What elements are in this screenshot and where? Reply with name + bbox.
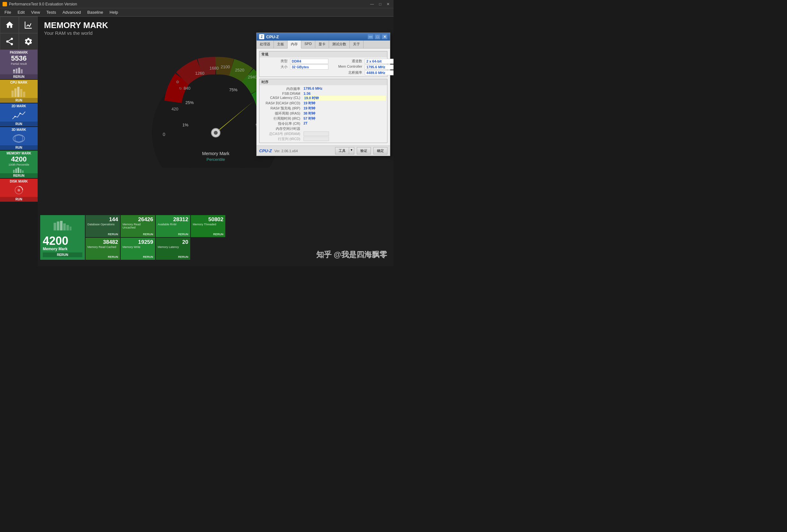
cpuz-title: CPU-Z [266, 35, 279, 39]
cpuz-general-header: 常规 [259, 51, 387, 58]
menu-advanced[interactable]: Advanced [59, 9, 84, 15]
cpuz-tab-mainboard[interactable]: 主板 [274, 41, 288, 48]
menu-tests[interactable]: Tests [43, 9, 59, 15]
2d-rerun[interactable]: RUN [0, 122, 38, 126]
cpuz-tab-about[interactable]: 关于 [350, 41, 363, 48]
disk-chart-icon [12, 186, 26, 195]
memory-chart-icon [13, 167, 25, 173]
cpuz-memfreq-label: 内存频率 [261, 86, 302, 91]
sidebar-card-disk[interactable]: DISK MARK RUN [0, 179, 38, 202]
sidebar-card-2d[interactable]: 2D MARK RUN [0, 103, 38, 126]
cpuz-close-btn[interactable]: ✕ [382, 34, 387, 39]
cpuz-tools-arrow-btn[interactable]: ▼ [349, 147, 354, 154]
cpu-rerun[interactable]: RUN [0, 98, 38, 103]
metric-threaded[interactable]: 50802 Memory Threaded RERUN [191, 215, 225, 237]
cpuz-tab-spd[interactable]: SPD [301, 41, 315, 48]
rc-rerun[interactable]: RERUN [87, 255, 118, 258]
cpuz-trp-val: 19 时钟 [303, 106, 386, 111]
metric-write[interactable]: 19259 Memory Write RERUN [121, 238, 155, 260]
cpuz-minimize-btn[interactable]: — [368, 34, 374, 39]
svg-point-22 [18, 189, 20, 191]
thr-label: Memory Threaded [193, 223, 224, 233]
memory-rerun[interactable]: RERUN [0, 173, 38, 178]
cpuz-maximize-btn[interactable]: □ [375, 34, 380, 39]
svg-rect-52 [69, 227, 71, 230]
3d-rerun[interactable]: RUN [0, 145, 38, 150]
svg-rect-17 [15, 169, 17, 173]
cpuz-cr-val: 2T [303, 121, 386, 126]
wr-rerun[interactable]: RERUN [123, 255, 153, 258]
cpuz-titlebar: Z CPU-Z — □ ✕ [257, 33, 390, 41]
minimize-btn[interactable]: — [369, 2, 375, 6]
memory-score: 4200 [0, 155, 38, 163]
cpuz-ok-btn[interactable]: 确定 [374, 147, 387, 154]
metric-database[interactable]: 144 Database Operations RERUN [86, 215, 120, 237]
db-rerun[interactable]: RERUN [87, 233, 118, 236]
rc-label: Memory Read Cached [87, 246, 118, 255]
passmark-sub: Partial result [0, 62, 38, 66]
svg-point-2 [10, 43, 13, 45]
title-bar: PerformanceTest 9.0 Evaluation Version —… [0, 0, 394, 8]
cpuz-tab-processor[interactable]: 处理器 [257, 41, 274, 48]
3d-chart-icon [12, 134, 26, 143]
passmark-rerun[interactable]: RERUN [0, 75, 38, 79]
svg-text:↻: ↻ [179, 86, 182, 90]
cpuz-tools-btn[interactable]: 工具 [335, 147, 349, 154]
metric-read-uncached[interactable]: 26426 Memory Read Uncached RERUN [121, 215, 155, 237]
maximize-btn[interactable]: □ [378, 2, 383, 6]
menu-help[interactable]: Help [106, 9, 121, 15]
svg-rect-18 [18, 168, 19, 173]
svg-rect-10 [17, 87, 19, 97]
sidebar-card-passmark[interactable]: PASSMARK 5536 Partial result RERUN [0, 50, 38, 79]
share-button[interactable] [0, 33, 19, 50]
metric-available-ram[interactable]: 28312 Available RAM RERUN [156, 215, 190, 237]
main-memory-card: 4200 Memory Mark RERUN [40, 215, 85, 260]
cpuz-size-label: 大小 [261, 64, 290, 69]
ruc-rerun[interactable]: RERUN [123, 233, 153, 236]
cpuz-tab-graphics[interactable]: 显卡 [315, 41, 329, 48]
svg-text:2100: 2100 [220, 64, 230, 69]
svg-rect-51 [66, 225, 69, 230]
cpuz-trdram-val [303, 131, 329, 136]
sidebar-card-memory[interactable]: MEMORY MARK 4200 100th Percentile RERUN [0, 151, 38, 178]
cpuz-trc-val: 57 时钟 [303, 116, 386, 121]
settings-button[interactable] [19, 33, 38, 50]
ram-rerun[interactable]: RERUN [158, 233, 188, 236]
metric-read-cached[interactable]: 38482 Memory Read Cached RERUN [86, 238, 120, 260]
menu-baseline[interactable]: Baseline [84, 9, 106, 15]
share-icon [5, 37, 14, 46]
menu-view[interactable]: View [28, 9, 43, 15]
menu-file[interactable]: File [1, 9, 14, 15]
cpuz-trcol-label: 行至列 (tRCD) [261, 136, 302, 141]
svg-text:⚙: ⚙ [176, 80, 179, 84]
disk-rerun[interactable]: RUN [0, 197, 38, 202]
settings-icon [24, 37, 33, 46]
svg-text:840: 840 [184, 86, 191, 91]
cpuz-cl-label: CAS# Latency (CL) [261, 96, 302, 101]
sidebar-card-3d[interactable]: 3D MARK RUN [0, 127, 38, 150]
cpuz-tab-memory[interactable]: 内存 [288, 41, 301, 48]
home-button[interactable] [0, 17, 19, 33]
svg-rect-11 [20, 89, 22, 97]
disk-header: DISK MARK [0, 179, 38, 184]
close-btn[interactable]: ✕ [385, 2, 391, 6]
wr-score: 19259 [123, 239, 153, 246]
cpuz-tras-label: 循环周期 (tRAS) [261, 111, 302, 116]
app-title: PerformanceTest 9.0 Evaluation Version [9, 2, 77, 6]
main-layout: PASSMARK 5536 Partial result RERUN CPU M… [0, 17, 394, 266]
thr-rerun[interactable]: RERUN [193, 233, 224, 236]
cpuz-tab-bench[interactable]: 测试分数 [329, 41, 350, 48]
graph-button[interactable] [19, 17, 38, 33]
svg-point-0 [10, 38, 13, 40]
cpuz-trcd-val: 19 时钟 [303, 101, 386, 106]
metric-latency[interactable]: 20 Memory Latency RERUN [156, 238, 190, 260]
cpuz-verify-btn[interactable]: 验证 [357, 147, 371, 154]
ram-score: 28312 [158, 216, 188, 223]
main-rerun-btn[interactable]: RERUN [43, 252, 82, 257]
menu-edit[interactable]: Edit [14, 9, 28, 15]
cpuz-trcol-val [303, 136, 329, 141]
bottom-cards-area: 4200 Memory Mark RERUN 144 Database Oper… [40, 215, 225, 260]
sidebar-card-cpu[interactable]: CPU MARK RUN [0, 80, 38, 103]
lat-rerun[interactable]: RERUN [158, 255, 188, 258]
cpuz-idle-val [303, 126, 386, 131]
